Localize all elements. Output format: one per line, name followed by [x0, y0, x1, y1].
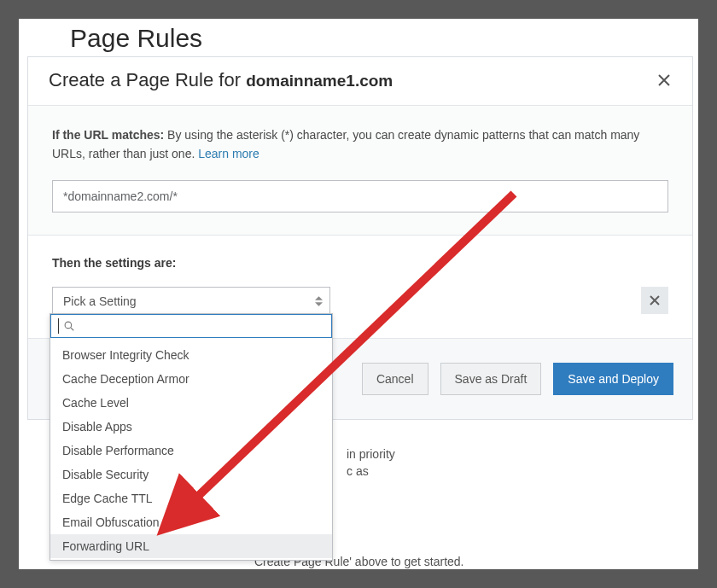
setting-select-value: Pick a Setting: [63, 294, 137, 308]
learn-more-link[interactable]: Learn more: [198, 147, 259, 160]
dropdown-option[interactable]: Cache Level: [50, 391, 332, 415]
dropdown-option[interactable]: Automatic HTTPS Rewrites: [50, 558, 332, 560]
setting-select[interactable]: Pick a Setting: [52, 287, 330, 316]
url-match-section: If the URL matches: By using the asteris…: [28, 105, 692, 235]
dropdown-option[interactable]: Edge Cache TTL: [50, 486, 332, 510]
dropdown-option[interactable]: Disable Performance: [50, 439, 332, 463]
save-draft-button[interactable]: Save as Draft: [440, 363, 542, 395]
dropdown-option[interactable]: Cache Deception Armor: [50, 367, 332, 391]
dropdown-option[interactable]: Email Obfuscation: [50, 510, 332, 534]
setting-dropdown: Browser Integrity CheckCache Deception A…: [50, 313, 333, 561]
dropdown-list[interactable]: Browser Integrity CheckCache Deception A…: [50, 338, 332, 560]
dropdown-search-input[interactable]: [50, 314, 332, 338]
modal-title-prefix: Create a Page Rule for: [49, 69, 246, 90]
dropdown-option[interactable]: Disable Security: [50, 463, 332, 486]
chevron-updown-icon: [315, 296, 323, 306]
help-text: If the URL matches: By using the asteris…: [52, 126, 668, 163]
dropdown-option[interactable]: Browser Integrity Check: [50, 343, 332, 367]
cancel-button[interactable]: Cancel: [362, 363, 428, 395]
settings-label: Then the settings are:: [52, 256, 668, 270]
page-title: Page Rules: [70, 24, 647, 53]
search-icon: [64, 321, 74, 331]
bg-priority-hint: in priority c as: [347, 445, 492, 480]
close-icon[interactable]: [656, 73, 672, 88]
text-cursor: [58, 318, 59, 334]
url-pattern-input[interactable]: [52, 180, 668, 212]
help-bold: If the URL matches:: [52, 128, 164, 142]
save-deploy-button[interactable]: Save and Deploy: [553, 363, 673, 395]
dropdown-option[interactable]: Forwarding URL: [50, 534, 332, 558]
modal-domain: domainname1.com: [246, 72, 393, 90]
remove-setting-button[interactable]: [641, 287, 668, 314]
dropdown-option[interactable]: Disable Apps: [50, 415, 332, 439]
svg-point-0: [65, 322, 72, 329]
